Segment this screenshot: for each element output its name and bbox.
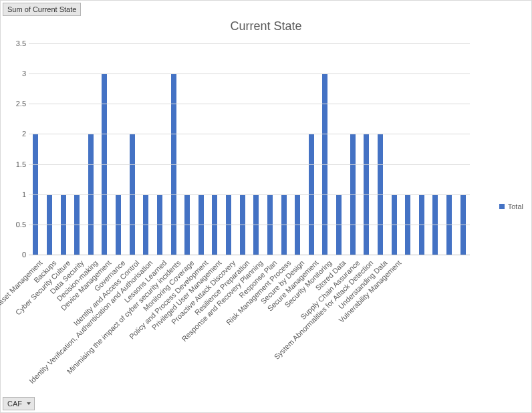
- gridline: [29, 255, 470, 255]
- field-button[interactable]: Sum of Current State: [3, 3, 81, 16]
- y-tick-label: 0: [22, 251, 29, 259]
- gridline: [29, 134, 470, 134]
- legend-label: Total: [508, 202, 523, 211]
- y-tick-label: 0.5: [16, 221, 29, 229]
- y-tick-label: 1.5: [16, 160, 29, 168]
- y-tick-label: 1: [22, 190, 29, 198]
- gridline: [29, 104, 470, 104]
- gridline: [29, 74, 470, 74]
- y-tick-label: 3: [22, 70, 29, 78]
- gridline: [29, 164, 470, 165]
- gridline: [29, 194, 470, 195]
- legend: Total: [499, 202, 523, 211]
- chart-container: Sum of Current State Current State 00.51…: [0, 0, 532, 413]
- legend-swatch-icon: [499, 204, 505, 209]
- plot-area: 00.511.522.533.5Asset ManagementBackupsC…: [29, 43, 470, 255]
- y-tick-label: 2: [22, 130, 29, 138]
- chart-title: Current State: [1, 19, 531, 33]
- gridline: [29, 225, 470, 225]
- bars-layer: [29, 43, 470, 255]
- caf-dropdown[interactable]: CAF: [3, 397, 35, 410]
- y-tick-label: 3.5: [16, 39, 29, 47]
- gridline: [29, 43, 470, 44]
- y-tick-label: 2.5: [16, 100, 29, 108]
